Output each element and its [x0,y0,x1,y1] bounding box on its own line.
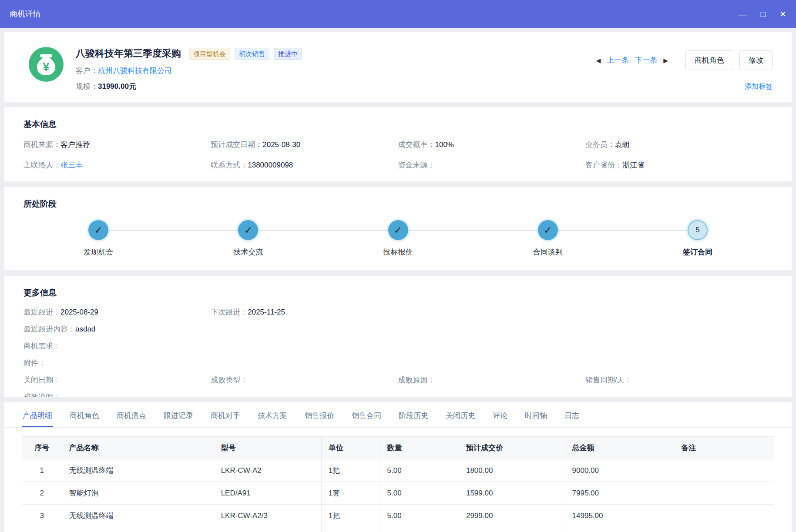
tab-product-details[interactable]: 产品明细 [22,402,53,427]
check-icon: ✓ [244,224,252,236]
tab-competitors[interactable]: 商机对手 [210,402,241,427]
page-title: 八骏科技年第三季度采购 [76,47,181,60]
tab-stage-history[interactable]: 阶段历史 [398,402,429,427]
customer-link[interactable]: 杭州八骏科技有限公司 [98,67,172,75]
stage-step-negotiation[interactable]: ✓ 合同谈判 [473,220,623,257]
field-opportunity-source: 商机来源：客户推荐 [24,140,211,150]
next-record-link[interactable]: 下一条 [635,55,657,65]
tag-project-type: 项目型机会 [189,48,230,60]
field-main-contact: 主联络人：张三丰 [24,160,211,170]
customer-label: 客户： [76,67,98,75]
check-icon: ✓ [394,224,402,236]
table-header-row: 序号 产品名称 型号 单位 数量 预计成交价 总金额 备注 [22,437,774,459]
tab-comments[interactable]: 评论 [492,402,508,427]
table-row-3: 3 无线测温终端 LKR-CW-A2/3 1把 5.00 2999.00 149… [22,505,774,527]
more-info-title: 更多信息 [24,287,772,298]
stage-step-bidding[interactable]: ✓ 投标报价 [323,220,473,257]
field-close-probability: 成交概率：100% [398,140,585,150]
stage-stepper: ✓ 发现机会 ✓ 技术交流 ✓ 投标报价 ✓ 合同谈判 5 签订合同 [24,220,772,257]
field-customer-province: 客户省份：浙江省 [585,160,772,170]
tab-close-history[interactable]: 关闭历史 [445,402,476,427]
scale-value: 31990.00元 [98,82,136,90]
header-main: 八骏科技年第三季度采购 项目型机会 初次销售 推进中 客户：杭州八骏科技有限公司… [76,47,596,91]
field-expected-close-date: 预计成交日期：2025-08-30 [211,140,398,150]
stage-step-discover[interactable]: ✓ 发现机会 [24,220,173,257]
field-win-loss-note: 成败说明： [24,393,211,397]
tab-logs[interactable]: 日志 [564,402,580,427]
col-expected-price: 预计成交价 [459,437,565,459]
svg-text:¥: ¥ [43,60,50,74]
window-title: 商机详情 [10,9,41,19]
field-contact-phone: 联系方式：13800009098 [211,160,398,170]
field-close-date: 关闭日期： [24,376,211,385]
add-tag-link[interactable]: 添加标签 [745,82,772,91]
field-attachment: 附件： [24,359,211,368]
detail-tabs-section: 产品明细 商机角色 商机痛点 跟进记录 商机对手 技术方案 销售报价 销售合同 … [4,402,792,532]
field-sales-cycle-days: 销售周期/天： [585,376,772,385]
basic-info-section: 基本信息 商机来源：客户推荐 预计成交日期：2025-08-30 成交概率：10… [4,107,792,181]
tab-timeline[interactable]: 时间轴 [524,402,548,427]
tab-opportunity-roles[interactable]: 商机角色 [69,402,100,427]
close-icon[interactable]: ✕ [779,10,786,18]
prev-arrow-icon[interactable]: ◀ [596,57,601,64]
field-opportunity-demand: 商机需求： [24,342,211,351]
tab-follow-up-records[interactable]: 跟进记录 [163,402,194,427]
basic-info-title: 基本信息 [24,119,772,130]
field-win-loss-reason: 成败原因： [398,376,585,385]
stage-section: 所处阶段 ✓ 发现机会 ✓ 技术交流 ✓ 投标报价 ✓ 合同谈判 5 签订合同 [4,187,792,270]
step-number: 5 [695,226,699,234]
check-icon: ✓ [94,224,102,236]
tab-pain-points[interactable]: 商机痛点 [116,402,147,427]
tab-sales-quotes[interactable]: 销售报价 [304,402,335,427]
tag-first-sale: 初次销售 [235,48,269,60]
col-remark: 备注 [674,437,774,459]
edit-button[interactable]: 修改 [739,50,772,70]
more-info-section: 更多信息 最近跟进：2025-08-29 下次跟进：2025-11-25 最近跟… [4,276,792,397]
product-table: 序号 产品名称 型号 单位 数量 预计成交价 总金额 备注 1 无线测温终端 L [22,436,774,532]
field-salesperson: 业务员：袁朗 [585,140,772,150]
field-last-follow-up: 最近跟进：2025-08-29 [24,308,211,317]
field-last-follow-up-content: 最近跟进内容：asdad [24,325,211,334]
step-label: 合同谈判 [533,247,563,257]
table-row-1: 1 无线测温终端 LKR-CW-A2 1把 5.00 1800.00 9000.… [22,459,774,482]
col-unit: 单位 [321,437,380,459]
table-row-2: 2 智能灯泡 LED/A91 1套 5.00 1599.00 7995.00 [22,482,774,505]
tab-technical-solution[interactable]: 技术方案 [257,402,288,427]
step-label: 发现机会 [84,247,113,257]
window-controls: — □ ✕ [739,10,786,18]
field-next-follow-up: 下次跟进：2025-11-25 [211,308,398,317]
field-win-loss-type: 成败类型： [211,376,398,385]
col-index: 序号 [22,437,62,459]
contact-link[interactable]: 张三丰 [60,161,83,169]
titlebar: 商机详情 — □ ✕ [0,0,796,28]
money-bag-icon: ¥ [29,47,64,82]
check-icon: ✓ [544,224,552,236]
col-quantity: 数量 [380,437,459,459]
col-total-amount: 总金额 [565,437,674,459]
scale-label: 规模： [76,82,98,90]
next-arrow-icon[interactable]: ▶ [663,57,668,64]
maximize-icon[interactable]: □ [761,10,766,18]
prev-record-link[interactable]: 上一条 [607,55,629,65]
opportunity-role-button[interactable]: 商机角色 [685,50,733,70]
table-total-row: 合计 15.00 31990.00 [22,527,774,532]
tab-bar: 产品明细 商机角色 商机痛点 跟进记录 商机对手 技术方案 销售报价 销售合同 … [4,402,792,428]
col-product-name: 产品名称 [62,437,214,459]
minimize-icon[interactable]: — [739,10,747,18]
stage-step-signing[interactable]: 5 签订合同 [623,220,772,257]
opportunity-header: ¥ 八骏科技年第三季度采购 项目型机会 初次销售 推进中 客户：杭州八骏科技有限… [4,32,792,102]
col-model: 型号 [214,437,321,459]
step-label: 技术交流 [233,247,263,257]
stage-title: 所处阶段 [24,198,772,210]
tag-in-progress: 推进中 [274,48,302,60]
main-content: ¥ 八骏科技年第三季度采购 项目型机会 初次销售 推进中 客户：杭州八骏科技有限… [0,28,796,532]
header-actions: ◀ 上一条 下一条 ▶ 商机角色 修改 添加标签 [596,47,772,91]
field-funding-source: 资金来源： [398,160,585,170]
stage-step-technical[interactable]: ✓ 技术交流 [173,220,323,257]
step-label: 签订合同 [683,247,712,257]
step-label: 投标报价 [383,247,413,257]
tab-sales-contracts[interactable]: 销售合同 [351,402,382,427]
